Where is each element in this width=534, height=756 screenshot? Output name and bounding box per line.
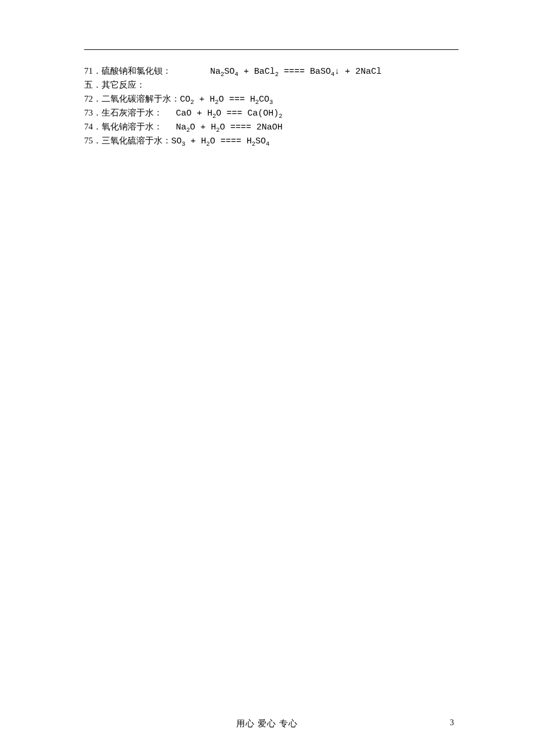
line-number: 72．	[84, 94, 102, 103]
footer-motto: 用心 爱心 专心	[0, 718, 534, 729]
chemical-formula: Na2SO4 + BaCl2 ==== BaSO4↓ + 2NaCl	[210, 67, 381, 77]
chemical-formula: SO3 + H2O ==== H2SO4	[171, 136, 269, 146]
chemical-formula: CO2 + H2O === H2CO3	[180, 95, 273, 105]
line-label: 五．其它反应：	[84, 78, 145, 92]
text-line: 71．硫酸钠和氯化钡：Na2SO4 + BaCl2 ==== BaSO4↓ + …	[84, 64, 459, 78]
text-line: 73．生石灰溶于水：CaO + H2O === Ca(OH)2	[84, 106, 459, 120]
line-label: 二氧化碳溶解于水：	[102, 92, 180, 106]
line-label: 生石灰溶于水：	[102, 106, 163, 120]
content-lines: 71．硫酸钠和氯化钡：Na2SO4 + BaCl2 ==== BaSO4↓ + …	[84, 64, 459, 147]
page-body: 71．硫酸钠和氯化钡：Na2SO4 + BaCl2 ==== BaSO4↓ + …	[0, 0, 534, 147]
text-line: 72．二氧化碳溶解于水：CO2 + H2O === H2CO3	[84, 92, 459, 106]
chemical-formula: Na2O + H2O ==== 2NaOH	[176, 123, 283, 132]
text-line: 75． 三氧化硫溶于水：SO3 + H2O ==== H2SO4	[84, 134, 459, 147]
line-label: 硫酸钠和氯化钡：	[102, 64, 171, 78]
line-label: 氧化钠溶于水：	[102, 120, 163, 134]
text-line: 74．氧化钠溶于水：Na2O + H2O ==== 2NaOH	[84, 120, 459, 134]
line-number: 75．	[84, 136, 102, 145]
header-rule	[84, 49, 459, 50]
chemical-formula: CaO + H2O === Ca(OH)2	[176, 109, 283, 118]
line-number: 71．	[84, 66, 102, 75]
text-line: 五．其它反应：	[84, 78, 459, 92]
page-number: 3	[450, 718, 454, 728]
line-label: 三氧化硫溶于水：	[102, 134, 171, 147]
line-number: 73．	[84, 108, 102, 117]
line-number: 74．	[84, 122, 102, 131]
